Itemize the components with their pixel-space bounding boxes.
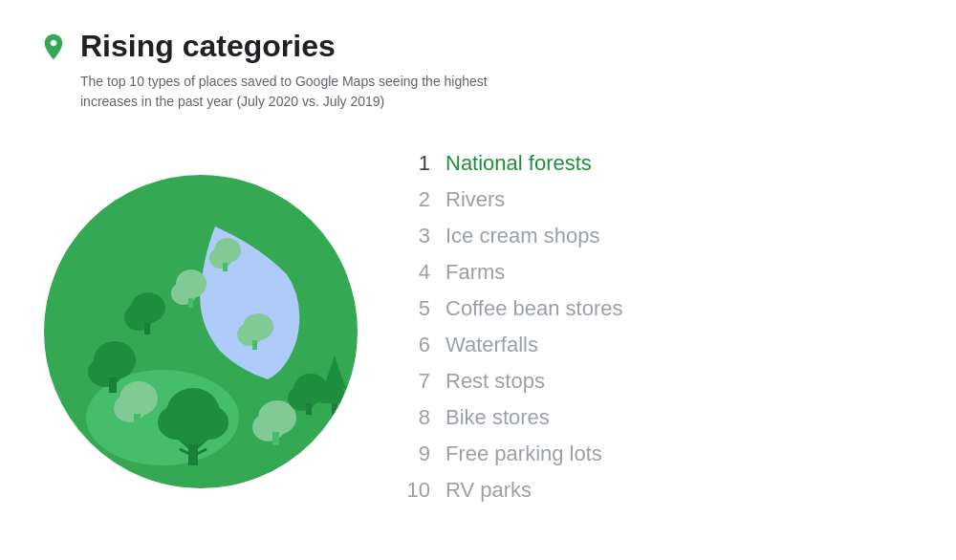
- rank-number: 3: [392, 224, 430, 248]
- svg-point-36: [237, 323, 262, 346]
- rank-item: 4Farms: [392, 256, 918, 289]
- rank-number: 1: [392, 151, 430, 176]
- svg-point-33: [288, 386, 316, 411]
- svg-point-28: [170, 406, 216, 444]
- svg-marker-42: [302, 461, 329, 489]
- rank-label: Free parking lots: [445, 442, 602, 466]
- svg-point-30: [252, 413, 285, 442]
- svg-rect-43: [313, 489, 318, 494]
- svg-rect-11: [223, 263, 228, 271]
- svg-point-10: [209, 248, 232, 269]
- rank-label: Farms: [445, 260, 505, 285]
- svg-rect-37: [252, 340, 257, 350]
- svg-marker-41: [304, 446, 327, 475]
- svg-point-13: [88, 356, 122, 387]
- page-subtitle: The top 10 types of places saved to Goog…: [80, 72, 501, 112]
- rank-label: Rivers: [445, 187, 505, 212]
- map-pin-icon: [38, 32, 69, 62]
- rank-item: 8Bike stores: [392, 401, 918, 434]
- svg-rect-14: [109, 377, 117, 393]
- rank-number: 7: [392, 369, 430, 394]
- svg-rect-34: [306, 403, 312, 415]
- rankings-list: 1National forests2Rivers3Ice cream shops…: [392, 147, 918, 506]
- svg-rect-5: [144, 323, 150, 334]
- svg-rect-8: [188, 298, 193, 308]
- rank-item: 9Free parking lots: [392, 438, 918, 470]
- rank-item: 10RV parks: [392, 474, 918, 506]
- page-title: Rising categories: [80, 29, 336, 64]
- rank-label: Rest stops: [445, 369, 545, 394]
- rank-item: 5Coffee bean stores: [392, 292, 918, 325]
- rank-number: 2: [392, 187, 430, 212]
- rank-number: 9: [392, 442, 430, 466]
- rank-number: 8: [392, 405, 430, 430]
- rank-number: 10: [392, 478, 430, 503]
- illustration-circle: [38, 169, 363, 494]
- svg-point-16: [114, 394, 146, 422]
- main-content: 1National forests2Rivers3Ice cream shops…: [38, 121, 918, 531]
- rank-label: RV parks: [445, 478, 532, 503]
- rank-label: Ice cream shops: [445, 224, 599, 248]
- svg-rect-17: [134, 414, 141, 427]
- rank-number: 4: [392, 260, 430, 285]
- page-header: Rising categories: [38, 29, 918, 64]
- rank-item: 2Rivers: [392, 183, 918, 216]
- rank-item: 6Waterfalls: [392, 329, 918, 361]
- rank-label: Bike stores: [445, 405, 550, 430]
- rank-item: 7Rest stops: [392, 365, 918, 398]
- rank-item: 3Ice cream shops: [392, 220, 918, 252]
- rank-label: Coffee bean stores: [445, 296, 623, 321]
- rank-label: National forests: [445, 151, 592, 176]
- rank-label: Waterfalls: [445, 333, 538, 357]
- rank-number: 5: [392, 296, 430, 321]
- rank-number: 6: [392, 333, 430, 357]
- rank-item: 1National forests: [392, 147, 918, 180]
- svg-rect-31: [272, 432, 279, 445]
